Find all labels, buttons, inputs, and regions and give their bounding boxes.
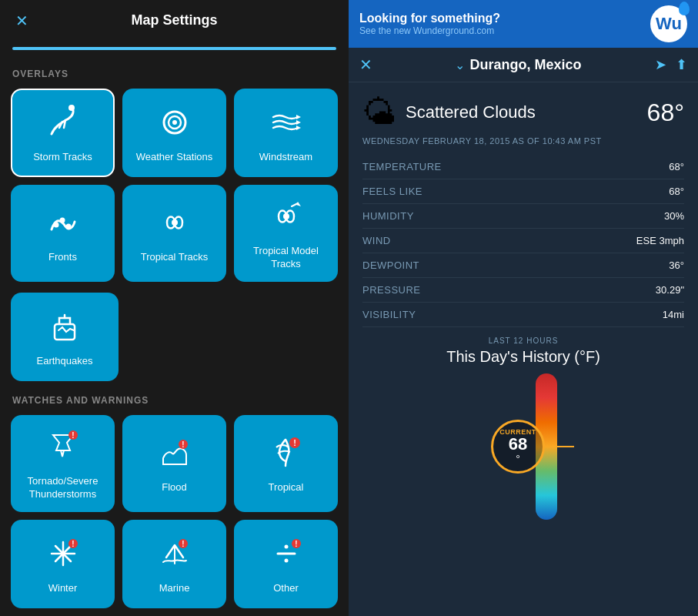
svg-point-9	[65, 224, 71, 229]
detail-feels-like: FEELS LIKE 68°	[362, 179, 684, 204]
ad-banner[interactable]: Looking for something? See the new Wunde…	[349, 0, 698, 48]
tropical-tracks-icon	[157, 205, 192, 245]
detail-visibility-label: VISIBILITY	[362, 309, 416, 320]
svg-text:!: !	[72, 431, 74, 440]
detail-temperature-value: 68°	[669, 161, 684, 172]
tropical-warn-icon: !	[269, 435, 304, 475]
svg-point-3	[172, 120, 177, 125]
svg-point-0	[68, 105, 75, 111]
svg-marker-4	[296, 115, 301, 119]
watch-other[interactable]: ! Other	[234, 520, 338, 608]
current-indicator: CURRENT 68 °	[491, 420, 574, 474]
overlay-weather-stations-label: Weather Stations	[136, 151, 212, 164]
overlays-grid: Storm Tracks Weather Stations	[0, 89, 349, 293]
history-title: This Day's History (°F)	[362, 348, 684, 366]
weather-condition-icon: 🌤	[362, 93, 396, 132]
tropical-model-tracks-icon	[269, 199, 304, 239]
watch-flood[interactable]: ! Flood	[122, 415, 226, 512]
watch-flood-label: Flood	[162, 481, 187, 494]
storm-tracks-icon	[45, 105, 81, 145]
watch-winter[interactable]: ! Winter	[11, 520, 115, 608]
detail-visibility-value: 14mi	[663, 309, 684, 320]
watch-tornado-label: Tornado/Severe Thunderstorms	[18, 475, 107, 501]
current-value: 68	[509, 436, 527, 453]
svg-text:!: !	[295, 540, 297, 548]
tab-map-options[interactable]: Map Options	[175, 49, 336, 50]
watch-tropical[interactable]: ! Tropical	[234, 415, 338, 512]
svg-text:!: !	[182, 440, 184, 449]
svg-point-10	[172, 219, 178, 226]
svg-point-8	[59, 218, 65, 223]
overlay-fronts[interactable]: Fronts	[11, 185, 115, 282]
watches-grid: ! Tornado/Severe Thunderstorms ! Flood	[0, 415, 349, 616]
tornado-icon: !	[45, 429, 81, 469]
temperature-chart: CURRENT 68 °	[362, 373, 684, 543]
weather-main: 🌤 Scattered Clouds 68°	[349, 82, 698, 136]
watch-tornado[interactable]: ! Tornado/Severe Thunderstorms	[11, 415, 115, 512]
svg-point-7	[53, 223, 58, 228]
overlay-tropical-tracks[interactable]: Tropical Tracks	[122, 185, 226, 282]
ad-sub-text: See the new Wunderground.com	[359, 25, 500, 36]
detail-dewpoint: DEWPOINT 36°	[362, 253, 684, 278]
nav-location: ⌄ Durango, Mexico	[382, 57, 655, 73]
watch-marine[interactable]: ! Marine	[122, 520, 226, 608]
overlay-weather-stations[interactable]: Weather Stations	[122, 89, 226, 177]
svg-marker-12	[296, 202, 301, 206]
detail-humidity: HUMIDITY 30%	[362, 204, 684, 229]
temp-bar-container: CURRENT 68 °	[536, 373, 557, 520]
overlay-fronts-label: Fronts	[48, 251, 77, 264]
earthquakes-row: Earthquakes	[0, 293, 349, 389]
expand-icon[interactable]: ⌄	[455, 58, 465, 72]
overlay-earthquakes[interactable]: Earthquakes	[11, 293, 119, 381]
svg-rect-13	[55, 324, 75, 340]
winter-icon: !	[45, 536, 81, 576]
svg-marker-5	[296, 120, 301, 125]
watch-winter-label: Winter	[48, 582, 78, 595]
location-arrow-icon[interactable]: ➤	[655, 56, 666, 73]
overlay-earthquakes-label: Earthquakes	[37, 355, 93, 368]
svg-text:!: !	[182, 540, 184, 548]
right-close-button[interactable]: ✕	[359, 55, 372, 74]
location-name: Durango, Mexico	[469, 57, 581, 73]
tab-bar: Data Map Options	[12, 47, 336, 50]
history-subtitle: LAST 12 HOURS	[362, 336, 684, 345]
share-icon[interactable]: ⬆	[676, 56, 687, 73]
left-header: ✕ Map Settings	[0, 0, 349, 41]
weather-temp: 68°	[647, 99, 684, 127]
svg-marker-6	[296, 126, 301, 130]
watch-tropical-label: Tropical	[269, 481, 304, 494]
detail-dewpoint-label: DEWPOINT	[362, 259, 419, 271]
svg-text:!: !	[293, 438, 296, 447]
weather-date: WEDNESDAY FEBRUARY 18, 2015 AS OF 10:43 …	[349, 136, 698, 155]
detail-temperature-label: TEMPERATURE	[362, 161, 442, 172]
wu-drop-icon	[679, 2, 690, 15]
svg-point-25	[284, 544, 288, 548]
detail-pressure: PRESSURE 30.29"	[362, 278, 684, 303]
detail-visibility: VISIBILITY 14mi	[362, 303, 684, 327]
overlay-storm-tracks-label: Storm Tracks	[33, 151, 92, 164]
right-panel: Looking for something? See the new Wunde…	[349, 0, 698, 616]
current-circle: CURRENT 68 °	[491, 420, 545, 474]
overlay-tropical-model-tracks[interactable]: Tropical Model Tracks	[234, 185, 338, 282]
flood-icon: !	[157, 435, 192, 475]
left-panel: ✕ Map Settings Data Map Options OVERLAYS…	[0, 0, 349, 616]
overlay-tropical-model-tracks-label: Tropical Model Tracks	[242, 245, 330, 271]
overlays-section-label: OVERLAYS	[0, 62, 349, 89]
overlay-storm-tracks[interactable]: Storm Tracks	[11, 89, 115, 177]
close-button[interactable]: ✕	[15, 12, 28, 30]
weather-condition-text: Scattered Clouds	[406, 102, 638, 122]
detail-dewpoint-value: 36°	[669, 259, 684, 271]
tab-data[interactable]: Data	[14, 49, 175, 50]
detail-wind-label: WIND	[362, 235, 391, 246]
windstream-icon	[269, 105, 304, 145]
overlay-windstream[interactable]: Windstream	[234, 89, 338, 177]
detail-humidity-value: 30%	[664, 210, 684, 222]
detail-humidity-label: HUMIDITY	[362, 210, 414, 222]
svg-text:!: !	[72, 540, 74, 548]
left-title: Map Settings	[131, 12, 217, 28]
earthquakes-icon	[47, 309, 82, 349]
watch-other-label: Other	[273, 582, 299, 595]
ad-main-text: Looking for something?	[359, 12, 500, 25]
weather-stations-icon	[157, 105, 192, 145]
current-deg: °	[516, 453, 520, 465]
